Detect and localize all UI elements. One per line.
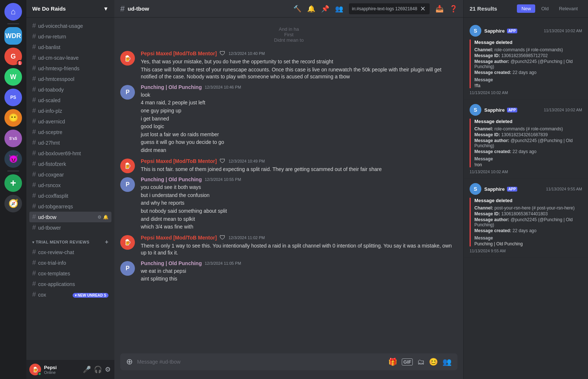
message-author[interactable]: Punching | Old Punching [141, 260, 202, 266]
channel-item-ud-coxgear[interactable]: # ud-coxgear [29, 169, 111, 180]
channel-item-ud-avernicd[interactable]: # ud-avernicd [29, 116, 111, 127]
message-timestamp: 12/3/2024 10:40 PM [228, 51, 265, 56]
help-icon[interactable]: ❓ [449, 5, 457, 13]
channel-item-ud-coxffasplit[interactable]: # ud-coxffasplit [29, 190, 111, 201]
emoji-icon[interactable]: 😊 [429, 357, 438, 366]
server-name-header[interactable]: We Do Raids ▼ [26, 0, 114, 18]
pin-icon[interactable]: 📌 [321, 5, 329, 13]
message-author[interactable]: Punching | Old Punching [141, 177, 202, 182]
message-group: 🍺 Pepsi Maxed [Mod/ToB Mentor] 🛡 12/3/20… [114, 233, 463, 259]
channel-item-ud-hmtcesspool[interactable]: # ud-hmtcesspool [29, 74, 111, 84]
server-icon-ps[interactable]: PS [4, 89, 22, 106]
close-search-icon[interactable]: ✕ [420, 5, 426, 13]
add-server-button[interactable]: + [4, 174, 22, 192]
channel-item-ud-boxlover69-hmt[interactable]: # ud-boxlover69-hmt [29, 148, 111, 159]
channel-item-cox-applications[interactable]: # cox-applications [29, 279, 111, 289]
channel-item-ud-info-plz[interactable]: # ud-info-plz [29, 105, 111, 116]
discover-button[interactable]: 🧭 [4, 195, 22, 212]
channel-item-cox-trial-info[interactable]: # cox-trial-info [29, 257, 111, 268]
channel-hash-icon: # [32, 270, 36, 277]
channel-item-cox-templates[interactable]: # cox-templates [29, 268, 111, 279]
channel-item-cox[interactable]: # cox ▾ NEW UNREAD S [29, 289, 111, 300]
channel-hash-icon: # [32, 118, 36, 125]
chat-channel-name: # ud-tbow [120, 4, 149, 14]
members-icon[interactable]: 👥 [335, 5, 343, 13]
hammer-icon[interactable]: 🔨 [293, 5, 301, 13]
message-timestamp: 12/3/2024 10:46 PM [205, 85, 241, 89]
message-header: Punching | Old Punching 12/3/2024 10:55 … [141, 177, 457, 182]
channel-item-ud-tbower[interactable]: # ud-tbower [29, 222, 111, 233]
messages-area: And in haFirstDidnt mean to 🍺 Pepsi Maxe… [114, 18, 463, 353]
home-button[interactable]: ⌂ [4, 3, 22, 21]
channel-item-ud-voicechat-usage[interactable]: # ud-voicechat-usage [29, 21, 111, 31]
tab-new[interactable]: New [517, 4, 535, 13]
message-author[interactable]: Punching | Old Punching [141, 84, 202, 90]
bell-header-icon[interactable]: 🔔 [307, 5, 315, 13]
result-meta-id: Message ID: 1306182343261687839 [474, 132, 582, 137]
channel-item-ud-hmtexp-friends[interactable]: # ud-hmtexp-friends [29, 63, 111, 74]
channel-item-ud-rw-return[interactable]: # ud-rw-return [29, 31, 111, 42]
result-item[interactable]: S Sapphire APP 11/13/2024 10:02 AM Messa… [464, 21, 588, 100]
message-author[interactable]: Pepsi Maxed [Mod/ToB Mentor] [141, 158, 217, 164]
add-channel-icon[interactable]: + [105, 239, 109, 245]
inbox-icon[interactable]: 📥 [436, 5, 444, 13]
server-icon-sss[interactable]: S'sS [4, 130, 22, 147]
message-header: Pepsi Maxed [Mod/ToB Mentor] 🛡 12/3/2024… [141, 50, 457, 57]
channel-item-ud-toabody[interactable]: # ud-toabody [29, 84, 111, 95]
tab-relevant[interactable]: Relevant [555, 4, 582, 13]
add-people-icon[interactable]: 👥 [442, 357, 452, 366]
avatar: 🍺 [120, 159, 135, 173]
channel-item-ud-fistofzerk[interactable]: # ud-fistofzerk [29, 159, 111, 169]
bell-icon[interactable]: 🔔 [103, 215, 109, 220]
channel-item-ud-cm-scav-leave[interactable]: # ud-cm-scav-leave [29, 52, 111, 63]
message-header: Punching | Old Punching 12/3/2024 11:05 … [141, 260, 457, 266]
channel-hash-icon: # [32, 33, 36, 40]
avatar: P [120, 85, 135, 100]
results-tabs: New Old Relevant [517, 4, 582, 13]
server-icon-w[interactable]: W [4, 68, 22, 86]
search-bar[interactable]: in:#sapphire-text-logs 126921848 ✕ [349, 3, 430, 14]
gift-icon[interactable]: 🎁 [388, 357, 397, 366]
channel-name-label: cox-review-chat [38, 249, 109, 255]
channel-name-label: ud-rsncox [38, 182, 109, 188]
headphones-icon[interactable]: 🎧 [93, 365, 103, 374]
results-list: S Sapphire APP 11/13/2024 10:02 AM Messa… [464, 18, 588, 379]
user-settings-icon[interactable]: ⚙ [104, 365, 111, 374]
message-author[interactable]: Pepsi Maxed [Mod/ToB Mentor] [141, 51, 217, 56]
tab-old[interactable]: Old [537, 4, 553, 13]
channel-item-ud-scaled[interactable]: # ud-scaled [29, 95, 111, 105]
channel-item-ud-tobgearreqs[interactable]: # ud-tobgearreqs [29, 201, 111, 212]
channel-hash-icon: # [32, 139, 36, 146]
gif-icon[interactable]: GIF [402, 358, 413, 365]
sticker-icon[interactable]: 🗂 [417, 358, 425, 366]
new-unreads-badge[interactable]: ▾ NEW UNREAD S [73, 293, 109, 298]
server-icon-emoji2[interactable]: 😈 [4, 150, 22, 168]
server-icon-g[interactable]: G 1 [4, 48, 22, 65]
message-input[interactable] [137, 355, 384, 369]
message-author[interactable]: Pepsi Maxed [Mod/ToB Mentor] [141, 235, 217, 241]
channel-item-cox-review-chat[interactable]: # cox-review-chat [29, 247, 111, 257]
avatar: P [120, 177, 135, 192]
server-icon-emoji1[interactable]: 😶 [4, 109, 22, 127]
channel-name-label: ud-rw-return [38, 34, 109, 40]
channel-item-ud-banlist[interactable]: # ud-banlist [29, 42, 111, 52]
server-icon-wdr[interactable]: WDR [4, 27, 22, 45]
channel-item-ud-27hmt[interactable]: # ud-27hmt [29, 137, 111, 148]
server-dropdown-icon[interactable]: ▼ [103, 5, 109, 12]
channel-name-label: ud-tbow [38, 214, 95, 220]
channel-item-ud-sceptre[interactable]: # ud-sceptre [29, 127, 111, 137]
channel-hash-icon: # [32, 248, 36, 256]
channel-item-ud-tbow[interactable]: # ud-tbow ⚙ 🔔 [29, 212, 111, 222]
result-embed: Message deleted Channel: role-commands (… [470, 40, 582, 88]
result-item[interactable]: S Sapphire APP 11/13/2024 10:02 AM Messa… [464, 100, 588, 179]
category-trial-mentor-reviews[interactable]: ▾ TRIAL MENTOR REVIEWS + [29, 233, 111, 247]
result-header: S Sapphire APP 11/13/2024 10:02 AM [470, 25, 582, 37]
settings-icon[interactable]: ⚙ [98, 215, 102, 220]
microphone-icon[interactable]: 🎤 [82, 365, 92, 374]
online-status-dot [38, 372, 41, 376]
result-item[interactable]: S Sapphire APP 11/13/2024 9:55 AM Messag… [464, 179, 588, 258]
channel-item-ud-rsncox[interactable]: # ud-rsncox [29, 180, 111, 190]
result-embed: Message deleted Channel: role-commands (… [470, 119, 582, 167]
attach-button[interactable]: ⊕ [126, 353, 133, 370]
channel-hash-icon: # [32, 107, 36, 115]
